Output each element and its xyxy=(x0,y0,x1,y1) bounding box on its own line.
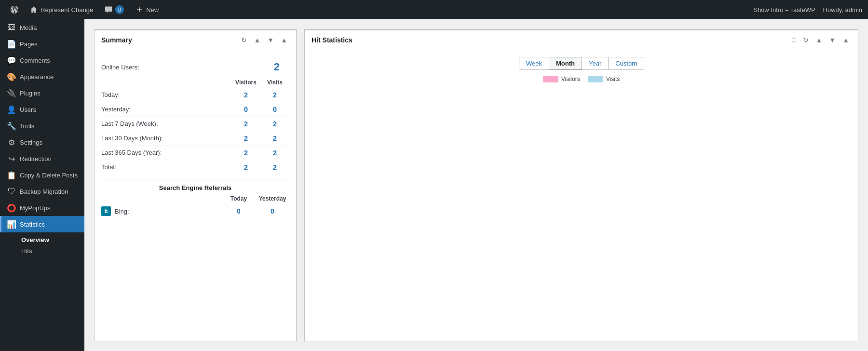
new-label: New xyxy=(146,6,159,14)
main-content: Summary ↻ ▲ ▼ ▲ Online Users: 2 xyxy=(84,19,868,351)
visitors-col-header: Visitors xyxy=(231,79,260,86)
visits-col-header: Visits xyxy=(260,79,289,86)
site-name: Represent Change xyxy=(41,6,93,14)
hit-statistics-header: Hit Statistics ⬡ ↻ ▲ ▼ ▲ xyxy=(305,30,858,50)
summary-visits-val: 0 xyxy=(260,105,289,113)
svg-text:Nov 17: Nov 17 xyxy=(802,309,817,323)
table-row: Last 7 Days (Week): 2 2 xyxy=(101,117,289,131)
pages-icon: 📄 xyxy=(7,40,16,48)
summary-row-label: Last 7 Days (Week): xyxy=(101,120,231,127)
referrals-headers: Today Yesterday xyxy=(101,195,289,204)
sidebar-label-pages: Pages xyxy=(20,40,38,48)
external-link-button[interactable]: ⬡ xyxy=(789,36,798,44)
sidebar-label-statistics: Statistics xyxy=(20,221,45,228)
svg-text:0.2: 0.2 xyxy=(323,281,330,287)
referral-yesterday-val: 0 xyxy=(256,207,289,215)
summary-row-label: Last 365 Days (Year): xyxy=(101,149,231,156)
drag-handle-button[interactable]: ▲ xyxy=(279,35,289,45)
tab-year[interactable]: Year xyxy=(582,57,609,70)
comments-item[interactable]: 0 xyxy=(100,0,129,19)
sidebar-item-statistics[interactable]: 📊 Statistics xyxy=(0,216,84,232)
summary-widget: Summary ↻ ▲ ▼ ▲ Online Users: 2 xyxy=(94,29,297,341)
hit-statistics-title: Hit Statistics xyxy=(312,36,353,44)
online-users-row: Online Users: 2 xyxy=(101,57,289,79)
collapse-up-button[interactable]: ▲ xyxy=(252,35,262,45)
admin-bar: Represent Change 0 New Show Intro – Tast… xyxy=(0,0,868,19)
list-item: b Bing: 0 0 xyxy=(101,204,289,218)
howdy-link[interactable]: Howdy, admin xyxy=(823,6,862,14)
sidebar-item-plugins[interactable]: 🔌 Plugins xyxy=(0,85,84,101)
svg-text:1.2: 1.2 xyxy=(323,174,330,180)
wp-logo-item[interactable] xyxy=(6,0,23,19)
settings-icon: ⚙ xyxy=(7,138,16,147)
sidebar-item-copy-delete[interactable]: 📋 Copy & Delete Posts xyxy=(0,167,84,183)
sidebar-item-comments[interactable]: 💬 Comments xyxy=(0,52,84,68)
sidebar-label-backup-migration: Backup Migration xyxy=(20,188,68,195)
svg-text:Nov 8: Nov 8 xyxy=(575,309,588,322)
sidebar-label-settings: Settings xyxy=(20,139,42,146)
svg-text:1.0: 1.0 xyxy=(323,195,330,201)
plugins-icon: 🔌 xyxy=(7,89,16,97)
svg-text:Oct 30: Oct 30 xyxy=(345,309,359,323)
hit-refresh-button[interactable]: ↻ xyxy=(801,35,811,45)
new-content-item[interactable]: New xyxy=(131,0,163,19)
refresh-button[interactable]: ↻ xyxy=(239,35,249,45)
media-icon: 🖼 xyxy=(7,23,16,32)
sidebar-item-mypopups[interactable]: ⭕ MyPopUps xyxy=(0,200,84,216)
tab-custom[interactable]: Custom xyxy=(608,57,644,70)
appearance-icon: 🎨 xyxy=(7,72,16,81)
show-intro-link[interactable]: Show Intro – TasteWP xyxy=(753,6,815,14)
svg-text:Nov 14: Nov 14 xyxy=(726,309,740,323)
sidebar-item-pages[interactable]: 📄 Pages xyxy=(0,36,84,52)
referral-rows: b Bing: 0 0 xyxy=(101,204,289,218)
sidebar-item-appearance[interactable]: 🎨 Appearance xyxy=(0,68,84,85)
sidebar-item-users[interactable]: 👤 Users xyxy=(0,101,84,118)
sidebar-sub-statistics: Overview Hits xyxy=(0,232,84,258)
svg-text:0.6: 0.6 xyxy=(323,238,330,244)
table-row: Last 365 Days (Year): 2 2 xyxy=(101,146,289,160)
sidebar-item-settings[interactable]: ⚙ Settings xyxy=(0,134,84,150)
svg-text:Nov 9: Nov 9 xyxy=(601,309,614,322)
svg-text:Nov 10: Nov 10 xyxy=(624,309,639,323)
tab-month[interactable]: Month xyxy=(549,57,582,70)
sidebar-label-media: Media xyxy=(20,24,37,31)
tab-week[interactable]: Week xyxy=(519,57,549,70)
hit-collapse-button[interactable]: ▲ xyxy=(814,35,824,45)
table-row: Last 30 Days (Month): 2 2 xyxy=(101,131,289,146)
visits-legend-label: Visits xyxy=(606,76,620,82)
chart-legend: Visitors Visits xyxy=(312,76,851,82)
summary-visitors-val: 2 xyxy=(231,134,260,142)
site-name-item[interactable]: Represent Change xyxy=(25,0,98,19)
hit-drag-button[interactable]: ▲ xyxy=(841,35,851,45)
svg-text:Nov 12: Nov 12 xyxy=(675,309,690,323)
summary-visits-val: 2 xyxy=(260,120,289,128)
svg-text:Nov 15: Nov 15 xyxy=(751,309,766,323)
copy-icon: 📋 xyxy=(7,171,16,179)
summary-widget-controls: ↻ ▲ ▼ ▲ xyxy=(239,35,289,45)
sidebar-item-redirection[interactable]: ↪ Redirection xyxy=(0,150,84,167)
summary-row-label: Yesterday: xyxy=(101,106,231,113)
summary-visitors-val: 2 xyxy=(231,91,260,99)
expand-down-button[interactable]: ▼ xyxy=(265,35,276,45)
sidebar-label-users: Users xyxy=(20,106,36,113)
referrals-title: Search Engine Referrals xyxy=(101,184,289,191)
summary-visits-val: 2 xyxy=(260,148,289,157)
hit-chart: 0.00.20.40.60.81.01.21.41.61.82.0Oct 29O… xyxy=(312,86,851,334)
sidebar-item-media[interactable]: 🖼 Media xyxy=(0,19,84,36)
sidebar-item-tools[interactable]: 🔧 Tools xyxy=(0,118,84,134)
svg-text:Nov 3: Nov 3 xyxy=(448,309,461,322)
svg-text:1.6: 1.6 xyxy=(323,131,330,137)
svg-text:Oct 29: Oct 29 xyxy=(320,309,334,323)
sidebar-item-backup-migration[interactable]: 🛡 Backup Migration xyxy=(0,183,84,200)
sidebar-label-mypopups: MyPopUps xyxy=(20,204,51,212)
sidebar-sub-overview[interactable]: Overview xyxy=(17,234,84,245)
hit-expand-button[interactable]: ▼ xyxy=(827,35,838,45)
svg-text:Nov 11: Nov 11 xyxy=(650,309,664,323)
online-users-label: Online Users: xyxy=(101,64,274,71)
summary-visits-val: 2 xyxy=(260,91,289,99)
summary-rows: Today: 2 2 Yesterday: 0 0 Last 7 Days (W… xyxy=(101,88,289,174)
sidebar-sub-hits[interactable]: Hits xyxy=(17,245,84,256)
summary-row-label: Today: xyxy=(101,91,231,98)
backup-icon: 🛡 xyxy=(7,187,16,196)
table-row: Yesterday: 0 0 xyxy=(101,102,289,117)
